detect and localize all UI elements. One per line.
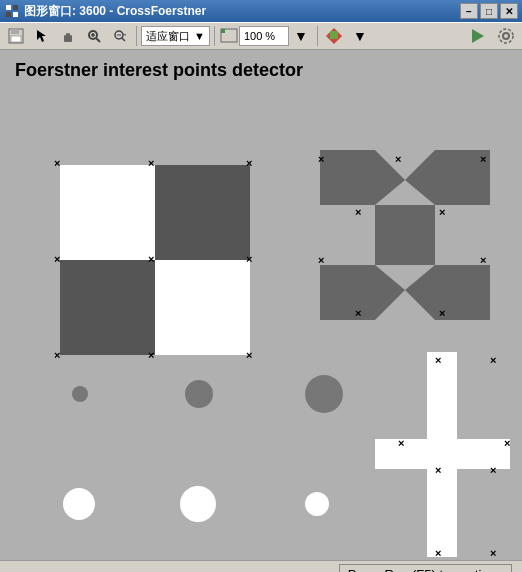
toolbar: 适应窗口 ▼ 100 % ▼ ▼ (0, 22, 522, 50)
marker-9: × (246, 350, 252, 361)
status-message-box: Press Run (F5) to continue (339, 564, 512, 572)
checker-tr (155, 165, 250, 260)
zoom-level-dropdown[interactable]: ▼ (289, 25, 313, 47)
cross-marker-1: × (435, 355, 441, 366)
dark-circle-1 (72, 386, 88, 402)
svg-point-27 (499, 29, 513, 43)
title-bar-left: 图形窗口: 3600 - CrossFoerstner (4, 3, 206, 20)
x-marker-mr: × (439, 207, 445, 218)
checker-tl (60, 165, 155, 260)
svg-marker-20 (124, 34, 126, 36)
cross-marker-7: × (435, 548, 441, 559)
run-button[interactable] (466, 25, 490, 47)
svg-marker-31 (320, 265, 405, 320)
svg-rect-0 (6, 5, 11, 10)
svg-marker-7 (37, 30, 46, 42)
svg-rect-2 (6, 12, 11, 17)
cross-marker-2: × (490, 355, 496, 366)
save-button[interactable] (4, 25, 28, 47)
dark-circle-2 (185, 380, 213, 408)
marker-2: × (148, 158, 154, 169)
marker-8: × (148, 350, 154, 361)
svg-line-18 (122, 38, 125, 41)
white-cross (375, 352, 510, 557)
x-marker-bml: × (355, 308, 361, 319)
svg-point-26 (503, 33, 509, 39)
x-marker-tl: × (318, 154, 324, 165)
x-marker-tc: × (395, 154, 401, 165)
marker-3: × (246, 158, 252, 169)
x-marker-tr: × (480, 154, 486, 165)
cross-marker-6: × (490, 465, 496, 476)
close-button[interactable]: ✕ (500, 3, 518, 19)
pointer-button[interactable] (30, 25, 54, 47)
checker-bl (60, 260, 155, 355)
x-marker-ml: × (355, 207, 361, 218)
marker-5: × (148, 254, 154, 265)
x-shape (320, 150, 490, 320)
separator-1 (136, 26, 137, 46)
white-circle-3 (305, 492, 329, 516)
svg-marker-28 (320, 150, 405, 205)
svg-marker-32 (405, 265, 490, 320)
fit-window-dropdown[interactable]: 适应窗口 ▼ (141, 26, 210, 46)
app-icon (4, 3, 20, 19)
separator-3 (317, 26, 318, 46)
white-circle-1 (63, 488, 95, 520)
color-button[interactable] (322, 25, 346, 47)
minimize-button[interactable]: − (460, 3, 478, 19)
title-bar: 图形窗口: 3600 - CrossFoerstner − □ ✕ (0, 0, 522, 22)
cross-marker-3: × (398, 438, 404, 449)
svg-marker-29 (405, 150, 490, 205)
svg-marker-25 (472, 29, 484, 43)
svg-marker-24 (330, 31, 338, 39)
marker-4: × (54, 254, 60, 265)
marker-7: × (54, 350, 60, 361)
separator-2 (214, 26, 215, 46)
svg-rect-22 (221, 29, 225, 33)
marker-6: × (246, 254, 252, 265)
zoom-button[interactable] (82, 25, 106, 47)
svg-marker-30 (375, 205, 435, 265)
svg-rect-3 (13, 12, 18, 17)
maximize-button[interactable]: □ (480, 3, 498, 19)
dark-circle-3 (305, 375, 343, 413)
x-marker-bl: × (318, 255, 324, 266)
fit-dropdown-arrow: ▼ (194, 30, 205, 42)
status-message: Press Run (F5) to continue (348, 567, 503, 572)
x-marker-bmr: × (439, 308, 445, 319)
x-marker-br: × (480, 255, 486, 266)
canvas-area: Foerstner interest points detector × × ×… (0, 50, 522, 560)
cross-marker-4: × (504, 438, 510, 449)
marker-1: × (54, 158, 60, 169)
color-dropdown[interactable]: ▼ (348, 25, 372, 47)
svg-rect-5 (11, 29, 19, 34)
title-bar-buttons[interactable]: − □ ✕ (460, 3, 518, 19)
fit-window-label: 适应窗口 (146, 29, 190, 44)
image-icon (219, 26, 239, 46)
zoom-dropdown-button[interactable] (108, 25, 132, 47)
svg-rect-1 (13, 5, 18, 10)
cross-marker-5: × (435, 465, 441, 476)
status-bar: Press Run (F5) to continue (0, 560, 522, 572)
checker-br (155, 260, 250, 355)
svg-line-14 (96, 38, 100, 42)
zoom-value: 100 % (244, 30, 275, 42)
window-title: 图形窗口: 3600 - CrossFoerstner (24, 3, 206, 20)
hand-button[interactable] (56, 25, 80, 47)
settings-button[interactable] (494, 25, 518, 47)
canvas-header: Foerstner interest points detector (15, 60, 507, 81)
svg-rect-12 (64, 39, 72, 42)
white-circle-2 (180, 486, 216, 522)
zoom-input[interactable]: 100 % (239, 26, 289, 46)
cross-marker-8: × (490, 548, 496, 559)
svg-rect-6 (11, 36, 21, 42)
